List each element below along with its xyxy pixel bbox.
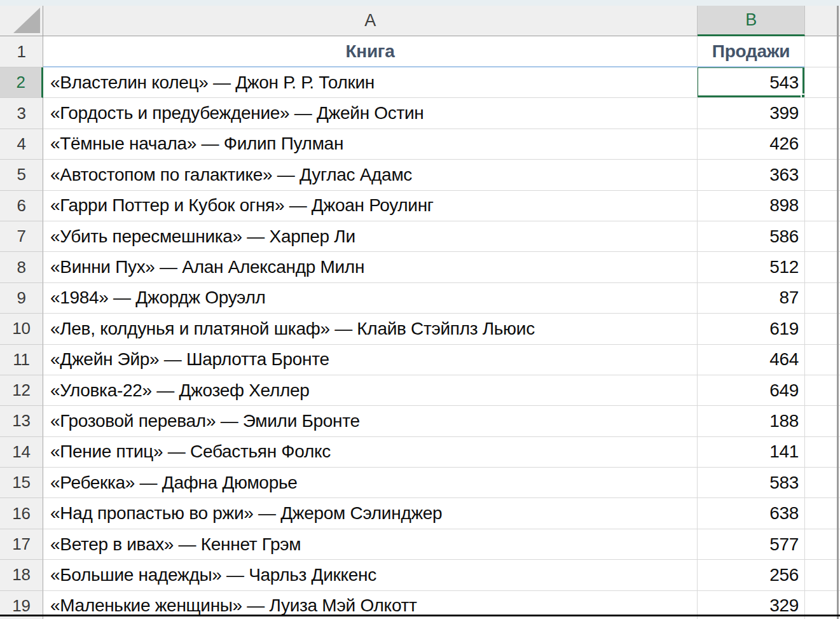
table-row: 11 «Джейн Эйр» — Шарлотта Бронте 464 [0, 345, 840, 375]
empty-cell[interactable] [805, 129, 840, 160]
row-header[interactable]: 10 [0, 314, 43, 344]
table-row: 17 «Ветер в ивах» — Кеннет Грэм 577 [0, 529, 840, 560]
empty-cell[interactable] [805, 67, 840, 98]
book-cell[interactable]: «Винни Пух» — Алан Александр Милн [43, 252, 698, 282]
book-cell[interactable]: «Гарри Поттер и Кубок огня» — Джоан Роул… [43, 191, 698, 221]
window-right-border [837, 6, 839, 619]
book-cell[interactable]: «Джейн Эйр» — Шарлотта Бронте [43, 345, 698, 375]
row-header[interactable]: 5 [0, 160, 43, 190]
sales-cell[interactable]: 577 [698, 529, 805, 560]
book-cell[interactable]: «Убить пересмешника» — Харпер Ли [43, 221, 698, 252]
cell-b1-sales-header[interactable]: Продажи [698, 36, 805, 67]
row-header[interactable]: 17 [0, 529, 43, 560]
table-row: 5 «Автостопом по галактике» — Дуглас Ада… [0, 160, 840, 190]
table-row: 8 «Винни Пух» — Алан Александр Милн 512 [0, 252, 840, 282]
empty-cell[interactable] [805, 98, 840, 129]
empty-cell[interactable] [805, 468, 840, 498]
sales-cell[interactable]: 898 [698, 191, 805, 221]
empty-cell[interactable] [805, 221, 840, 252]
book-cell[interactable]: «Уловка-22» — Джозеф Хеллер [43, 375, 698, 406]
select-all-triangle-icon [13, 8, 40, 33]
row-header[interactable]: 8 [0, 252, 43, 282]
sales-cell[interactable]: 399 [698, 98, 805, 129]
select-all-button[interactable] [0, 6, 43, 36]
empty-cell[interactable] [805, 437, 840, 468]
sales-cell[interactable]: 464 [698, 345, 805, 375]
sales-cell[interactable]: 586 [698, 221, 805, 252]
empty-cell[interactable] [805, 283, 840, 314]
book-cell[interactable]: «1984» — Джордж Оруэлл [43, 283, 698, 314]
table-row: 7 «Убить пересмешника» — Харпер Ли 586 [0, 221, 840, 252]
table-row: 10 «Лев, колдунья и платяной шкаф» — Кла… [0, 314, 840, 344]
table-row: 15 «Ребекка» — Дафна Дюморье 583 [0, 468, 840, 498]
sales-cell[interactable]: 619 [698, 314, 805, 344]
sales-cell[interactable]: 87 [698, 283, 805, 314]
column-header-a[interactable]: A [43, 6, 698, 36]
row-header[interactable]: 3 [0, 98, 43, 129]
sales-cell[interactable]: 141 [698, 437, 805, 468]
row-header-1[interactable]: 1 [0, 36, 43, 67]
empty-cell[interactable] [805, 406, 840, 436]
empty-cell[interactable] [805, 160, 840, 190]
empty-cell[interactable] [805, 252, 840, 282]
data-rows: 2 «Властелин колец» — Джон Р. Р. Толкин … [0, 67, 840, 619]
sales-cell[interactable]: 638 [698, 498, 805, 529]
empty-cell[interactable] [805, 560, 840, 590]
sales-cell[interactable]: 649 [698, 375, 805, 406]
book-cell[interactable]: «Властелин колец» — Джон Р. Р. Толкин [43, 67, 698, 98]
table-row: 2 «Властелин колец» — Джон Р. Р. Толкин … [0, 67, 840, 98]
book-cell[interactable]: «Гордость и предубеждение» — Джейн Остин [43, 98, 698, 129]
row-header[interactable]: 12 [0, 375, 43, 406]
empty-cell[interactable] [805, 498, 840, 529]
row-header[interactable]: 15 [0, 468, 43, 498]
table-row: 9 «1984» — Джордж Оруэлл 87 [0, 283, 840, 314]
book-cell[interactable]: «Автостопом по галактике» — Дуглас Адамс [43, 160, 698, 190]
sales-cell[interactable]: 583 [698, 468, 805, 498]
row-header[interactable]: 7 [0, 221, 43, 252]
row-header[interactable]: 9 [0, 283, 43, 314]
table-row: 4 «Тёмные начала» — Филип Пулман 426 [0, 129, 840, 160]
top-strip [0, 0, 840, 6]
row-header[interactable]: 13 [0, 406, 43, 436]
row-header[interactable]: 16 [0, 498, 43, 529]
row-header[interactable]: 14 [0, 437, 43, 468]
row-header[interactable]: 6 [0, 191, 43, 221]
empty-cell[interactable] [805, 191, 840, 221]
sales-cell[interactable]: 188 [698, 406, 805, 436]
table-row: 18 «Большие надежды» — Чарльз Диккенс 25… [0, 560, 840, 590]
book-cell[interactable]: «Тёмные начала» — Филип Пулман [43, 129, 698, 160]
table-row: 3 «Гордость и предубеждение» — Джейн Ост… [0, 98, 840, 129]
column-header-b[interactable]: B [698, 6, 805, 36]
book-cell[interactable]: «Пение птиц» — Себастьян Фолкс [43, 437, 698, 468]
row-header[interactable]: 18 [0, 560, 43, 590]
sales-cell[interactable]: 256 [698, 560, 805, 590]
empty-cell[interactable] [805, 345, 840, 375]
book-cell[interactable]: «Лев, колдунья и платяной шкаф» — Клайв … [43, 314, 698, 344]
table-row: 14 «Пение птиц» — Себастьян Фолкс 141 [0, 437, 840, 468]
active-cell-b2[interactable]: 543 [698, 67, 805, 98]
empty-cell[interactable] [805, 529, 840, 560]
column-header-c-partial[interactable] [805, 6, 840, 36]
table-row: 12 «Уловка-22» — Джозеф Хеллер 649 [0, 375, 840, 406]
book-cell[interactable]: «Ребекка» — Дафна Дюморье [43, 468, 698, 498]
table-header-row: 1 Книга Продажи [0, 36, 840, 67]
sales-cell[interactable]: 363 [698, 160, 805, 190]
table-row: 6 «Гарри Поттер и Кубок огня» — Джоан Ро… [0, 191, 840, 221]
empty-cell[interactable] [805, 314, 840, 344]
empty-cell[interactable] [805, 36, 840, 67]
row-header[interactable]: 11 [0, 345, 43, 375]
book-cell[interactable]: «Грозовой перевал» — Эмили Бронте [43, 406, 698, 436]
sales-cell[interactable]: 426 [698, 129, 805, 160]
sheet-grid: 1 Книга Продажи 2 «Властелин колец» — Дж… [0, 36, 840, 619]
window-bottom-border [0, 615, 840, 616]
row-header[interactable]: 2 [0, 67, 43, 98]
column-headers-row: A B [0, 6, 840, 36]
book-cell[interactable]: «Над пропастью во ржи» — Джером Сэлиндже… [43, 498, 698, 529]
row-header[interactable]: 4 [0, 129, 43, 160]
book-cell[interactable]: «Большие надежды» — Чарльз Диккенс [43, 560, 698, 590]
sales-cell[interactable]: 512 [698, 252, 805, 282]
table-row: 16 «Над пропастью во ржи» — Джером Сэлин… [0, 498, 840, 529]
book-cell[interactable]: «Ветер в ивах» — Кеннет Грэм [43, 529, 698, 560]
cell-a1-book-header[interactable]: Книга [43, 36, 698, 67]
empty-cell[interactable] [805, 375, 840, 406]
